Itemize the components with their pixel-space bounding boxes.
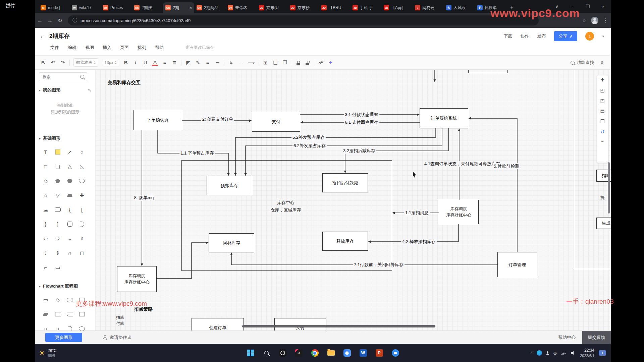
edge-label[interactable]: 8: 废单mq xyxy=(133,195,155,201)
document-title[interactable]: 2期库存 xyxy=(49,32,69,40)
rounded-square-shape[interactable]: ▢ xyxy=(52,159,64,174)
edge-label[interactable]: 4.1查询订单状态，未付尾款可释放库存 xyxy=(423,161,501,167)
history-icon[interactable]: ↺ xyxy=(600,129,604,134)
ellipse-shape[interactable] xyxy=(76,174,88,188)
edge-label[interactable]: 2: 创建支付订单 xyxy=(201,116,234,122)
help-center-button[interactable]: 帮助中心 xyxy=(558,331,576,344)
site-info-icon[interactable]: ⓘ xyxy=(72,17,77,23)
feedback-button[interactable]: 提交反馈 xyxy=(582,331,611,344)
diamond-shape[interactable]: ◇ xyxy=(40,174,52,188)
arrow-type-icon[interactable]: ⟶ xyxy=(248,60,255,66)
pentagon-shape[interactable] xyxy=(52,174,64,188)
my-shapes-section-header[interactable]: ▾ 我的图形 ✎ xyxy=(39,87,91,93)
word-icon[interactable]: W xyxy=(359,349,367,357)
circle-shape[interactable]: ○ xyxy=(76,145,88,159)
browser-tab[interactable]: ♪ 网易云 xyxy=(413,2,444,13)
comments-icon[interactable]: ❝ xyxy=(601,140,604,144)
star-shape[interactable]: ☆ xyxy=(40,188,52,202)
menu-item[interactable]: 帮助 xyxy=(155,45,164,51)
edge-label[interactable]: 4.2 释放预扣库存 xyxy=(401,239,437,245)
reload-icon[interactable]: ↻ xyxy=(55,17,65,24)
microphone-icon[interactable] xyxy=(546,351,549,355)
cloud-shape[interactable]: ☁ xyxy=(40,202,52,217)
browser-tab[interactable]: 大 大风欧 xyxy=(444,2,475,13)
browser-tab[interactable]: On Proces xyxy=(101,2,132,13)
crosshair-icon[interactable]: ⊕ xyxy=(553,351,557,356)
chrome-icon[interactable] xyxy=(311,349,319,357)
edge-label[interactable]: 6.2补发预占库存 xyxy=(292,143,327,149)
browser-menu-icon[interactable]: ⋮ xyxy=(603,17,608,23)
line-width-icon[interactable]: ≡ xyxy=(205,60,211,65)
text-align-icon[interactable]: ≡ xyxy=(162,60,168,65)
collaborate-button[interactable]: 协作 xyxy=(521,33,529,39)
vertical-scrollbar[interactable] xyxy=(608,162,610,214)
photos-app-icon[interactable] xyxy=(343,349,351,357)
browser-tab[interactable]: M mode | xyxy=(38,2,69,13)
triangle-shape[interactable]: △ xyxy=(64,159,76,174)
connector-circle-shape[interactable]: ○ xyxy=(40,321,52,330)
new-tab-button[interactable]: + xyxy=(507,3,516,12)
menu-item[interactable]: 页面 xyxy=(120,45,129,51)
process-shape[interactable]: ▭ xyxy=(40,293,52,307)
minimize-button[interactable]: – xyxy=(565,0,580,13)
bookmark-star-icon[interactable]: ☆ xyxy=(582,17,586,23)
line-arrow-shape[interactable]: ↗ xyxy=(64,145,76,159)
user-avatar[interactable]: 1 xyxy=(585,32,594,41)
intellij-icon[interactable]: IJ xyxy=(295,349,303,357)
terminator-shape[interactable] xyxy=(64,293,76,307)
edge-label[interactable]: 1.1预扣消息 xyxy=(404,210,430,216)
browser-profile-avatar[interactable] xyxy=(591,17,598,24)
subprocess-shape[interactable] xyxy=(76,293,88,307)
fit-view-icon[interactable]: ◳ xyxy=(600,98,604,103)
redo-icon[interactable]: ↷ xyxy=(60,60,66,66)
block-arrow-up-shape[interactable]: ⇧ xyxy=(76,231,88,246)
bracket-left-shape[interactable]: [ xyxy=(76,202,88,217)
tab-search-icon[interactable]: ∨ xyxy=(549,0,565,13)
node-order-management[interactable]: 订单管理 xyxy=(497,252,537,277)
browser-tab[interactable]: JD 京东(U xyxy=(257,2,288,13)
menu-item[interactable]: 插入 xyxy=(103,45,111,51)
menu-item[interactable]: 编辑 xyxy=(68,45,76,51)
flowchart-section-header[interactable]: ▾ Flowchart 流程图 xyxy=(39,283,91,289)
wide-rect-shape[interactable]: ▭ xyxy=(52,260,64,275)
line-type-icon[interactable]: ─ xyxy=(238,60,244,65)
edit-icon[interactable]: ✎ xyxy=(88,88,91,93)
feature-search[interactable]: 功能查找 xyxy=(571,60,594,66)
document-shape[interactable] xyxy=(64,307,76,321)
edge-label[interactable]: 3.1 付款状态通知 xyxy=(344,112,379,118)
browser-tab[interactable]: JD 京东秒 xyxy=(288,2,319,13)
browser-tab[interactable]: On 2期 × xyxy=(163,2,194,13)
decision-shape[interactable]: ◇ xyxy=(52,293,64,307)
close-button[interactable]: × xyxy=(595,0,611,13)
edge-label[interactable]: 5.付款前检测 xyxy=(493,163,520,169)
delay-shape[interactable] xyxy=(64,321,76,330)
bracket-right-shape[interactable]: ] xyxy=(52,217,64,231)
parallelogram-shape[interactable] xyxy=(40,307,52,321)
predefined-process-shape[interactable] xyxy=(76,307,88,321)
browser-tab[interactable]: JD 【BRU xyxy=(319,2,350,13)
node-partial-ti[interactable]: 提 xyxy=(600,194,605,201)
node-payment[interactable]: 支付 xyxy=(252,112,300,132)
browser-tab[interactable]: On 未命名 xyxy=(225,2,257,13)
notification-badge[interactable]: 1 xyxy=(599,350,606,356)
block-arrow-right-shape[interactable]: ⇨ xyxy=(52,231,64,246)
windows-start-button[interactable] xyxy=(247,349,255,357)
rounded-rect-shape[interactable] xyxy=(64,217,76,231)
pages-icon[interactable]: ❒ xyxy=(600,119,605,124)
connector-style-icon[interactable]: ↳ xyxy=(228,60,234,66)
powerpoint-icon[interactable]: P xyxy=(375,349,383,357)
internal-storage-shape[interactable] xyxy=(52,307,64,321)
forward-icon[interactable]: → xyxy=(45,17,55,23)
node-fulfillment-system[interactable]: 订单履约系统 xyxy=(420,108,468,128)
right-triangle-shape[interactable]: ◺ xyxy=(76,159,88,174)
corner-shape[interactable]: ⌐ xyxy=(40,260,52,275)
browser-tab[interactable]: On 2期搜 xyxy=(132,2,163,13)
hyperlink-icon[interactable]: ☍ xyxy=(318,60,324,66)
node-partial-generate[interactable]: 生成 xyxy=(596,218,611,229)
italic-icon[interactable]: I xyxy=(132,60,139,65)
diagram-section-title[interactable]: 交易和库存交互 xyxy=(108,80,141,86)
node-hold-stock[interactable]: 预扣库存 xyxy=(207,176,252,195)
layers-icon[interactable]: ▤ xyxy=(600,109,604,113)
bring-forward-icon[interactable]: ❏ xyxy=(272,60,278,66)
browser-tab[interactable]: On 2期商品 xyxy=(194,2,225,13)
